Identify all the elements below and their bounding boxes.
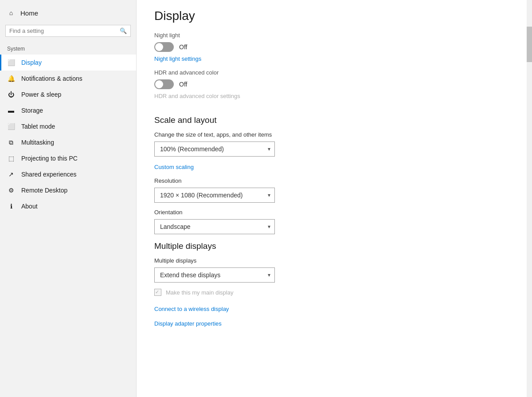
storage-icon: ▬	[7, 106, 15, 114]
wireless-display-link[interactable]: Connect to a wireless display	[154, 306, 229, 312]
tablet-icon: ⬜	[7, 122, 15, 130]
sidebar-item-label-storage: Storage	[21, 107, 43, 114]
search-input[interactable]	[9, 28, 120, 34]
resolution-dropdown[interactable]: 1920 × 1080 (Recommended) 1280 × 720 102…	[154, 188, 275, 203]
sidebar-item-label-notifications: Notifications & actions	[21, 75, 82, 82]
sidebar-item-label-power: Power & sleep	[21, 91, 61, 98]
sidebar-item-tablet[interactable]: ⬜Tablet mode	[0, 118, 136, 134]
hdr-settings-link: HDR and advanced color settings	[154, 93, 240, 99]
custom-scaling-link[interactable]: Custom scaling	[154, 164, 194, 170]
search-container: 🔍	[5, 25, 131, 37]
orientation-dropdown-wrapper: Landscape Portrait Landscape (flipped) P…	[154, 219, 275, 234]
night-light-toggle[interactable]	[154, 42, 174, 52]
main-content: Display Night light Off Night light sett…	[137, 0, 532, 397]
sidebar-item-label-multitasking: Multitasking	[21, 139, 54, 146]
nav-items-list: ⬜Display🔔Notifications & actions⏻Power &…	[0, 55, 136, 214]
sidebar-item-multitasking[interactable]: ⧉Multitasking	[0, 134, 136, 150]
display-adapter-link[interactable]: Display adapter properties	[154, 320, 222, 327]
sidebar-item-shared[interactable]: ↗Shared experiences	[0, 166, 136, 182]
multiple-displays-dropdown[interactable]: Extend these displays Duplicate these di…	[154, 267, 275, 283]
resolution-label: Resolution	[154, 177, 514, 184]
projecting-icon: ⬚	[7, 154, 15, 162]
orientation-dropdown[interactable]: Landscape Portrait Landscape (flipped) P…	[154, 219, 275, 234]
remote-icon: ⚙	[7, 186, 15, 194]
sidebar-item-label-shared: Shared experiences	[21, 171, 77, 178]
night-light-settings-link[interactable]: Night light settings	[154, 55, 201, 62]
orientation-label: Orientation	[154, 209, 514, 216]
notifications-icon: 🔔	[7, 75, 15, 83]
shared-icon: ↗	[7, 170, 15, 178]
sidebar: ⌂ Home 🔍 System ⬜Display🔔Notifications &…	[0, 0, 137, 397]
sidebar-item-about[interactable]: ℹAbout	[0, 198, 136, 214]
sidebar-item-remote[interactable]: ⚙Remote Desktop	[0, 182, 136, 198]
size-dropdown[interactable]: 100% (Recommended) 125% 150% 175%	[154, 142, 275, 157]
main-display-checkbox-row: Make this my main display	[154, 289, 514, 296]
search-icon: 🔍	[120, 28, 127, 34]
power-icon: ⏻	[7, 90, 15, 98]
hdr-toggle-row: Off	[154, 79, 514, 89]
resolution-dropdown-wrapper: 1920 × 1080 (Recommended) 1280 × 720 102…	[154, 188, 275, 203]
size-dropdown-wrapper: 100% (Recommended) 125% 150% 175% ▾	[154, 142, 275, 157]
scale-layout-heading: Scale and layout	[154, 115, 514, 125]
sidebar-item-power[interactable]: ⏻Power & sleep	[0, 86, 136, 102]
night-light-toggle-row: Off	[154, 42, 514, 52]
scrollbar-track[interactable]	[527, 0, 532, 397]
night-light-state: Off	[179, 43, 187, 51]
sidebar-item-label-tablet: Tablet mode	[21, 123, 55, 130]
scrollbar-thumb[interactable]	[527, 27, 532, 62]
main-display-checkbox[interactable]	[154, 289, 161, 296]
display-icon: ⬜	[7, 59, 15, 67]
multiple-displays-heading: Multiple displays	[154, 241, 514, 251]
sidebar-item-label-display: Display	[21, 59, 42, 66]
multitasking-icon: ⧉	[7, 138, 15, 146]
home-icon: ⌂	[7, 9, 15, 17]
system-section-label: System	[0, 40, 136, 55]
main-display-checkbox-label: Make this my main display	[166, 289, 233, 296]
multiple-displays-dropdown-wrapper: Extend these displays Duplicate these di…	[154, 267, 275, 283]
sidebar-item-display[interactable]: ⬜Display	[0, 55, 136, 71]
sidebar-item-storage[interactable]: ▬Storage	[0, 102, 136, 118]
sidebar-item-notifications[interactable]: 🔔Notifications & actions	[0, 71, 136, 86]
hdr-label: HDR and advanced color	[154, 69, 514, 76]
size-label: Change the size of text, apps, and other…	[154, 131, 514, 138]
about-icon: ℹ	[7, 202, 15, 210]
sidebar-item-label-projecting: Projecting to this PC	[21, 155, 78, 162]
sidebar-item-label-remote: Remote Desktop	[21, 187, 67, 194]
page-title: Display	[154, 9, 514, 23]
hdr-toggle[interactable]	[154, 79, 174, 89]
home-nav-item[interactable]: ⌂ Home	[0, 4, 136, 21]
sidebar-item-label-about: About	[21, 203, 38, 210]
sidebar-item-projecting[interactable]: ⬚Projecting to this PC	[0, 150, 136, 166]
night-light-label: Night light	[154, 32, 514, 39]
home-label: Home	[20, 9, 38, 17]
multiple-displays-label: Multiple displays	[154, 257, 514, 264]
hdr-state: Off	[179, 81, 187, 88]
